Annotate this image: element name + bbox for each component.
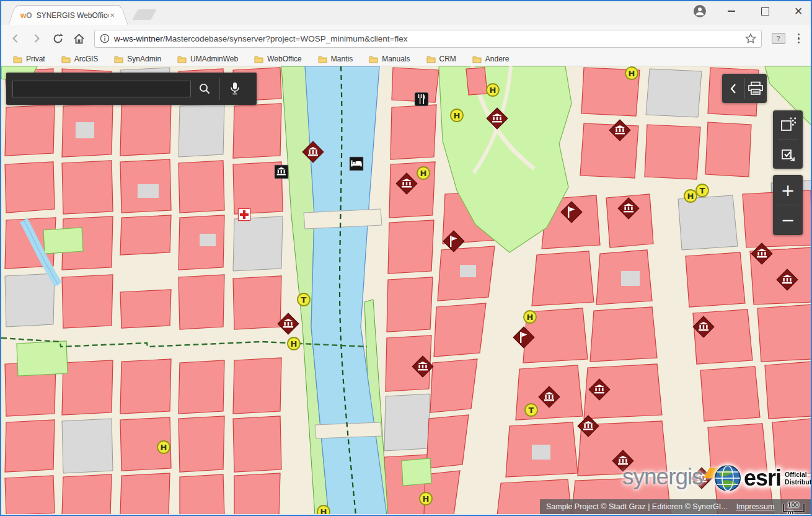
- svg-text:T: T: [700, 186, 705, 195]
- museum-marker[interactable]: [411, 355, 435, 378]
- museum-marker[interactable]: [576, 414, 600, 438]
- browser-window: wO SYNERGIS WebOffice × ✕ w-ws-wintner/M…: [0, 0, 812, 516]
- museum-marker[interactable]: [750, 242, 774, 265]
- bookmark-label: CRM: [439, 55, 456, 63]
- svg-text:H: H: [161, 443, 167, 452]
- restaurant-marker[interactable]: [415, 92, 429, 107]
- scale-label: 100 m: [787, 501, 803, 515]
- folder-icon: [13, 55, 22, 63]
- museum-marker[interactable]: [588, 378, 611, 401]
- weboffice-favicon: wO: [20, 11, 32, 20]
- search-input[interactable]: [12, 81, 191, 97]
- poi-museum-marker[interactable]: [275, 165, 289, 179]
- impressum-link[interactable]: Impressum: [736, 502, 775, 511]
- museum-marker[interactable]: [395, 172, 418, 195]
- sight-flag-marker[interactable]: [442, 229, 466, 253]
- museum-marker[interactable]: [617, 197, 640, 220]
- transit-stop-marker[interactable]: H: [625, 66, 639, 81]
- folder-icon: [426, 55, 436, 63]
- museum-marker[interactable]: [775, 268, 799, 291]
- attribution-text: Sample Project © Stadt Graz | Editieren …: [546, 502, 728, 511]
- bookmark-label: UMAdminWeb: [190, 55, 238, 63]
- bookmark-star-icon[interactable]: [745, 33, 756, 44]
- back-button[interactable]: [6, 29, 25, 48]
- bookmark-folder[interactable]: CRM: [421, 53, 462, 65]
- tab-title: SYNERGIS WebOffice: [37, 11, 109, 20]
- new-tab-button[interactable]: [132, 9, 156, 20]
- zoom-in-button[interactable]: +: [773, 176, 803, 205]
- bookmark-label: Mantis: [331, 55, 353, 63]
- city-map[interactable]: [1, 66, 811, 514]
- svg-text:H: H: [291, 339, 298, 349]
- layers-select-icon[interactable]: [773, 140, 803, 169]
- museum-marker[interactable]: [692, 315, 715, 339]
- bookmark-folder[interactable]: Andere: [467, 53, 515, 65]
- transit-stop-marker[interactable]: H: [523, 310, 537, 324]
- bookmark-folder[interactable]: SynAdmin: [108, 53, 167, 65]
- museum-marker[interactable]: [276, 312, 300, 336]
- museum-marker[interactable]: [608, 118, 632, 142]
- print-icon[interactable]: [745, 74, 767, 103]
- transit-stop-marker[interactable]: H: [419, 492, 433, 506]
- bookmark-folder[interactable]: Manuals: [363, 53, 415, 65]
- svg-text:T: T: [301, 295, 307, 305]
- microphone-icon[interactable]: [221, 76, 249, 101]
- bookmark-label: WebOffice: [267, 55, 302, 63]
- museum-marker[interactable]: [301, 140, 325, 164]
- svg-text:H: H: [490, 86, 496, 95]
- map-statusbar: Sample Project © Stadt Graz | Editieren …: [540, 499, 811, 514]
- museum-marker[interactable]: [537, 385, 561, 409]
- reload-button[interactable]: [48, 29, 67, 48]
- url-text[interactable]: w-ws-wintner/Mastercodebase/synserver?pr…: [114, 34, 741, 43]
- transit-stop-marker[interactable]: T: [524, 403, 539, 417]
- scale-bar: 100 m: [783, 504, 805, 512]
- hospital-marker[interactable]: [238, 208, 251, 221]
- top-right-panel: [722, 74, 767, 103]
- transit-stop-marker[interactable]: T: [695, 184, 710, 198]
- esri-logo: esri OfficialDistributor: [714, 465, 811, 492]
- zoom-panel: + −: [773, 175, 803, 235]
- sight-flag-marker[interactable]: [512, 326, 536, 349]
- svg-text:H: H: [320, 507, 327, 515]
- collapse-panel-icon[interactable]: [723, 74, 744, 103]
- profile-icon[interactable]: [693, 4, 707, 18]
- bookmark-folder[interactable]: Mantis: [312, 53, 358, 65]
- transit-stop-marker[interactable]: H: [486, 83, 500, 97]
- extension-button[interactable]: ?: [772, 33, 785, 44]
- svg-text:H: H: [629, 69, 635, 78]
- maximize-button[interactable]: [756, 4, 774, 19]
- page-info-icon[interactable]: [100, 33, 110, 43]
- browser-tab[interactable]: wO SYNERGIS WebOffice ×: [15, 5, 121, 25]
- transit-stop-marker[interactable]: H: [287, 337, 301, 351]
- search-icon[interactable]: [191, 76, 218, 101]
- tab-close-icon[interactable]: ×: [108, 11, 116, 20]
- bookmark-folder[interactable]: Privat: [7, 53, 51, 65]
- browser-titlebar: wO SYNERGIS WebOffice × ✕: [1, 1, 811, 25]
- transit-stop-marker[interactable]: H: [450, 109, 464, 123]
- zoom-out-button[interactable]: −: [773, 205, 803, 234]
- bookmark-folder[interactable]: ArcGIS: [56, 53, 104, 65]
- synergis-logo: synergis: [622, 464, 720, 490]
- window-close-button[interactable]: ✕: [790, 4, 807, 19]
- browser-menu-icon[interactable]: [792, 33, 806, 44]
- map-viewport[interactable]: HHHHHHHHHHTTT: [1, 66, 811, 514]
- svg-text:H: H: [527, 313, 534, 322]
- folder-icon: [369, 55, 378, 63]
- bookmark-folder[interactable]: WebOffice: [249, 53, 307, 65]
- transit-stop-marker[interactable]: H: [157, 440, 171, 455]
- svg-text:H: H: [687, 192, 694, 201]
- address-bar[interactable]: w-ws-wintner/Mastercodebase/synserver?pr…: [94, 30, 762, 48]
- basemap-icon[interactable]: [773, 110, 803, 140]
- hotel-marker[interactable]: [350, 157, 364, 171]
- transit-stop-marker[interactable]: T: [297, 293, 311, 307]
- svg-text:T: T: [529, 406, 534, 415]
- folder-icon: [318, 55, 327, 63]
- home-button[interactable]: [69, 29, 88, 48]
- bookmark-folder[interactable]: UMAdminWeb: [172, 53, 244, 65]
- sight-flag-marker[interactable]: [560, 200, 583, 224]
- museum-marker[interactable]: [485, 107, 509, 130]
- forward-button[interactable]: [27, 29, 46, 48]
- transit-stop-marker[interactable]: H: [317, 505, 331, 515]
- svg-text:H: H: [423, 494, 430, 504]
- minimize-button[interactable]: [723, 4, 740, 19]
